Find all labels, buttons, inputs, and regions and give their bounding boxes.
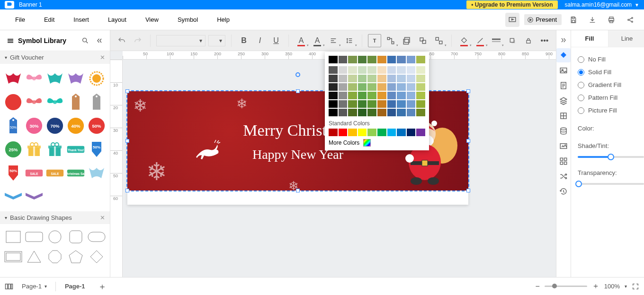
color-swatch[interactable]	[367, 109, 376, 116]
resize-handle[interactable]	[296, 89, 300, 93]
voucher-tag-blue[interactable]: 50%	[4, 115, 23, 137]
color-swatch[interactable]	[377, 109, 386, 116]
voucher-sale-pink[interactable]: SALE	[25, 162, 44, 184]
shadow-icon[interactable]	[506, 34, 519, 47]
color-swatch[interactable]	[367, 92, 376, 99]
menu-help[interactable]: Help	[208, 14, 238, 25]
section-gift-voucher[interactable]: ▾ Gift Voucher ✕	[0, 51, 110, 64]
color-swatch[interactable]	[377, 129, 386, 136]
connector-icon[interactable]: ▾	[384, 34, 397, 47]
image-panel-icon[interactable]	[556, 63, 571, 78]
radio-no-fill[interactable]: No Fill	[578, 53, 644, 66]
voucher-ribbon-lightblue[interactable]	[87, 162, 106, 184]
color-swatch[interactable]	[348, 56, 357, 63]
ungroup-icon[interactable]: ▾	[432, 34, 446, 47]
line-spacing-icon[interactable]: ▾	[343, 34, 356, 47]
shape-diamond[interactable]	[87, 248, 106, 266]
page-dropdown[interactable]: Page-1 ▾	[17, 283, 52, 290]
redo-icon[interactable]	[131, 34, 144, 47]
chevron-down-icon[interactable]: ▾	[625, 284, 627, 289]
zoom-out-button[interactable]: −	[535, 282, 539, 291]
app-logo[interactable]	[5, 1, 14, 9]
color-swatch[interactable]	[377, 83, 386, 91]
voucher-thankyou[interactable]: Thank You!	[66, 139, 85, 160]
color-swatch[interactable]	[358, 129, 367, 136]
user-menu[interactable]: salma.amin16@gmail.com ▼	[565, 1, 639, 8]
voucher-arrow-red[interactable]: 50%	[4, 162, 23, 184]
color-swatch[interactable]	[358, 66, 367, 74]
share-icon[interactable]	[623, 13, 637, 27]
more-icon[interactable]: •••	[538, 34, 551, 47]
color-swatch[interactable]	[416, 92, 425, 99]
font-size-select[interactable]: ▾	[208, 35, 225, 46]
color-swatch[interactable]	[348, 109, 357, 116]
color-swatch[interactable]	[348, 92, 357, 99]
color-swatch[interactable]	[329, 75, 338, 82]
layers-icon[interactable]	[556, 94, 571, 108]
color-swatch[interactable]	[358, 83, 367, 91]
color-swatch[interactable]	[377, 75, 386, 82]
color-swatch[interactable]	[329, 56, 338, 63]
color-swatch[interactable]	[348, 100, 357, 108]
align-panel-icon[interactable]	[556, 109, 571, 123]
shape-triangle[interactable]	[25, 248, 44, 266]
resize-handle[interactable]	[466, 89, 470, 93]
resize-handle[interactable]	[125, 139, 129, 143]
color-swatch[interactable]	[339, 83, 348, 91]
voucher-circle-red[interactable]	[4, 91, 23, 113]
highlight-icon[interactable]: A▾	[311, 34, 324, 47]
data-panel-icon[interactable]	[556, 124, 571, 138]
menu-layout[interactable]: Layout	[99, 14, 135, 25]
history-icon[interactable]	[556, 184, 571, 199]
save-icon[interactable]	[566, 13, 581, 27]
color-swatch[interactable]	[387, 100, 396, 108]
color-swatch[interactable]	[397, 129, 406, 136]
color-swatch[interactable]	[407, 66, 416, 74]
shuffle-icon[interactable]	[556, 169, 571, 183]
tab-fill[interactable]: Fill	[571, 30, 608, 47]
color-swatch[interactable]	[367, 129, 376, 136]
color-swatch[interactable]	[416, 66, 425, 74]
color-swatch[interactable]	[358, 75, 367, 82]
color-swatch[interactable]	[397, 100, 406, 108]
voucher-circle-orange[interactable]: 40%	[66, 115, 85, 137]
color-swatch[interactable]	[377, 66, 386, 74]
radio-solid-fill[interactable]: Solid Fill	[578, 66, 644, 78]
color-swatch[interactable]	[348, 83, 357, 91]
shape-insert-icon[interactable]	[400, 34, 413, 47]
color-swatch[interactable]	[397, 56, 406, 63]
color-swatch[interactable]	[339, 56, 348, 63]
page-panel-icon[interactable]	[556, 78, 571, 93]
color-swatch[interactable]	[397, 109, 406, 116]
color-swatch[interactable]	[407, 56, 416, 63]
zoom-slider[interactable]	[545, 286, 587, 287]
collapse-right-icon[interactable]	[556, 33, 571, 47]
group-icon[interactable]	[416, 34, 429, 47]
radio-picture-fill[interactable]: Picture Fill	[578, 104, 644, 117]
color-swatch[interactable]	[348, 66, 357, 74]
text-box-icon[interactable]: T	[368, 34, 381, 47]
upgrade-button[interactable]: • Upgrade to Premium Version	[466, 0, 557, 9]
color-swatch[interactable]	[387, 56, 396, 63]
voucher-bow-coral[interactable]	[25, 91, 44, 113]
slideshow-icon[interactable]	[505, 13, 519, 27]
resize-handle[interactable]	[466, 189, 470, 192]
color-swatch[interactable]	[348, 75, 357, 82]
voucher-gift-teal[interactable]	[45, 139, 64, 160]
close-icon[interactable]: ✕	[100, 214, 105, 221]
line-style-icon[interactable]: ▾	[490, 34, 503, 47]
voucher-circle-navy[interactable]: 70%	[45, 115, 64, 137]
color-swatch[interactable]	[407, 109, 416, 116]
voucher-gift-yellow[interactable]	[25, 139, 44, 160]
color-swatch[interactable]	[387, 66, 396, 74]
zoom-in-button[interactable]: ＋	[592, 281, 599, 291]
color-swatch[interactable]	[367, 66, 376, 74]
shape-capsule[interactable]	[87, 228, 106, 246]
color-swatch[interactable]	[329, 100, 338, 108]
color-swatch[interactable]	[348, 129, 357, 136]
color-swatch[interactable]	[329, 66, 338, 74]
rotate-handle[interactable]	[295, 72, 300, 77]
italic-icon[interactable]: I	[253, 34, 267, 47]
color-swatch[interactable]	[367, 56, 376, 63]
radio-pattern-fill[interactable]: Pattern Fill	[578, 91, 644, 104]
